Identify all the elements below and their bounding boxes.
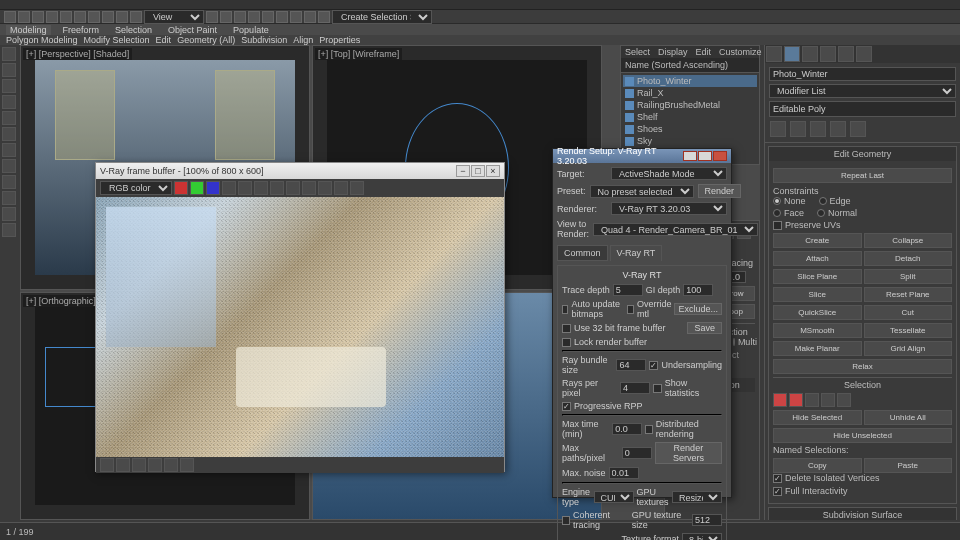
lock-check[interactable] [562, 338, 571, 347]
distributed-check[interactable] [645, 425, 653, 434]
redo-icon[interactable] [60, 11, 72, 23]
vfb-link-icon[interactable] [334, 181, 348, 195]
view-dropdown[interactable]: Quad 4 - Render_Camera_BR_01 [593, 223, 758, 236]
detach-button[interactable]: Detach [864, 251, 953, 266]
create-button[interactable]: Create [773, 233, 862, 248]
ribbon-tab-freeform[interactable]: Freeform [59, 25, 104, 35]
gpusize-input[interactable] [692, 514, 722, 526]
progressive-check[interactable] [562, 402, 571, 411]
tessellate-button[interactable]: Tessellate [864, 323, 953, 338]
stats-check[interactable] [653, 384, 662, 393]
rotate-icon[interactable] [116, 11, 128, 23]
display-tab-icon[interactable] [838, 46, 854, 62]
maxtime-input[interactable] [612, 423, 642, 435]
material-editor-icon[interactable] [290, 11, 302, 23]
lt-icon[interactable] [2, 175, 16, 189]
pin-stack-icon[interactable] [770, 121, 786, 137]
slice-button[interactable]: Slice [773, 287, 862, 302]
gputex-dropdown[interactable]: Resize textu [672, 491, 722, 503]
cut-button[interactable]: Cut [864, 305, 953, 320]
unique-icon[interactable] [810, 121, 826, 137]
vfb-maximize-button[interactable]: □ [471, 165, 485, 177]
layers-icon[interactable] [262, 11, 274, 23]
create-tab-icon[interactable] [766, 46, 782, 62]
tab-vray-rt[interactable]: V-Ray RT [610, 245, 663, 261]
vfb-save-icon[interactable] [254, 181, 268, 195]
ribbon-tab-populate[interactable]: Populate [229, 25, 273, 35]
use32bit-check[interactable] [562, 324, 571, 333]
lt-icon[interactable] [2, 143, 16, 157]
vfb-render-image[interactable] [96, 197, 504, 457]
angle-snap-icon[interactable] [220, 11, 232, 23]
lt-icon[interactable] [2, 207, 16, 221]
multi-radio[interactable] [733, 338, 735, 346]
vfb-green-icon[interactable] [190, 181, 204, 195]
lt-icon[interactable] [2, 63, 16, 77]
sub-subdivision[interactable]: Subdivision [241, 35, 287, 45]
exclude-button[interactable]: Exclude... [674, 303, 722, 315]
curve-editor-icon[interactable] [276, 11, 288, 23]
lt-icon[interactable] [2, 111, 16, 125]
sub-geometry[interactable]: Geometry (All) [177, 35, 235, 45]
sub-align[interactable]: Align [293, 35, 313, 45]
vfb-curves-icon[interactable] [116, 458, 130, 472]
rollout-title[interactable]: Edit Geometry [769, 147, 956, 161]
save-icon[interactable] [32, 11, 44, 23]
border-subobj-icon[interactable] [805, 393, 819, 407]
show-result-icon[interactable] [790, 121, 806, 137]
renderer-dropdown[interactable]: V-Ray RT 3.20.03 [611, 202, 727, 215]
quickslice-button[interactable]: QuickSlice [773, 305, 862, 320]
vfb-clear-icon[interactable] [270, 181, 284, 195]
save-button[interactable]: Save [687, 322, 722, 334]
ribbon-tab-selection[interactable]: Selection [111, 25, 156, 35]
snap-icon[interactable] [206, 11, 218, 23]
ref-coord-dropdown[interactable]: View [144, 10, 204, 24]
vfb-close-button[interactable]: × [486, 165, 500, 177]
modifier-list-dropdown[interactable]: Modifier List [769, 84, 956, 98]
vfb-cc-icon[interactable] [100, 458, 114, 472]
lt-icon[interactable] [2, 127, 16, 141]
texformat-dropdown[interactable]: 8-bit [682, 533, 722, 540]
engine-dropdown[interactable]: CUDA [594, 491, 634, 503]
none-radio[interactable] [773, 197, 781, 205]
copy-button[interactable]: Copy [773, 458, 862, 473]
utilities-tab-icon[interactable] [856, 46, 872, 62]
vfb-minimize-button[interactable]: − [456, 165, 470, 177]
sp-sort-header[interactable]: Name (Sorted Ascending) [621, 58, 759, 73]
list-item[interactable]: Shoes [623, 123, 757, 135]
resetplane-button[interactable]: Reset Plane [864, 287, 953, 302]
vfb-red-icon[interactable] [174, 181, 188, 195]
attach-button[interactable]: Attach [773, 251, 862, 266]
paste-button[interactable]: Paste [864, 458, 953, 473]
hidesel-button[interactable]: Hide Selected [773, 410, 862, 425]
vfb-channel-dropdown[interactable]: RGB color [100, 181, 172, 195]
remove-mod-icon[interactable] [830, 121, 846, 137]
motion-tab-icon[interactable] [820, 46, 836, 62]
rd-titlebar[interactable]: Render Setup: V-Ray RT 3.20.03 [553, 149, 731, 163]
new-icon[interactable] [4, 11, 16, 23]
lt-icon[interactable] [2, 159, 16, 173]
lt-icon[interactable] [2, 223, 16, 237]
element-subobj-icon[interactable] [837, 393, 851, 407]
vfb-track-icon[interactable] [318, 181, 332, 195]
lt-icon[interactable] [2, 191, 16, 205]
unhide-button[interactable]: Unhide All [864, 410, 953, 425]
object-name-input[interactable] [769, 67, 956, 81]
repeat-last-button[interactable]: Repeat Last [773, 168, 952, 183]
mirror-icon[interactable] [234, 11, 246, 23]
msmooth-button[interactable]: MSmooth [773, 323, 862, 338]
rd-maximize-button[interactable] [698, 151, 712, 161]
maxpaths-input[interactable] [622, 447, 652, 459]
vfb-info-icon[interactable] [132, 458, 146, 472]
collapse-button[interactable]: Collapse [864, 233, 953, 248]
fullinter-check[interactable] [773, 487, 782, 496]
ribbon-tab-objectpaint[interactable]: Object Paint [164, 25, 221, 35]
ribbon-tab-modeling[interactable]: Modeling [6, 25, 51, 35]
sub-modify-sel[interactable]: Modify Selection [84, 35, 150, 45]
makeplanar-button[interactable]: Make Planar [773, 341, 862, 356]
sp-menu-display[interactable]: Display [658, 47, 688, 57]
vfb-pixel-icon[interactable] [148, 458, 162, 472]
sp-menu-select[interactable]: Select [625, 47, 650, 57]
sliceplane-button[interactable]: Slice Plane [773, 269, 862, 284]
edge-subobj-icon[interactable] [789, 393, 803, 407]
